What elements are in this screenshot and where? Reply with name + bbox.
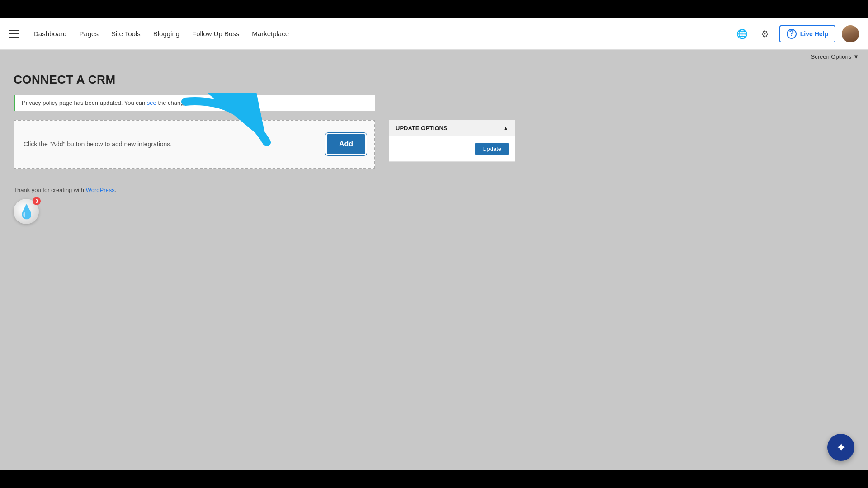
screen-options-button[interactable]: Screen Options ▼: [811, 53, 859, 60]
main-content: CONNECT A CRM Privacy policy page has be…: [0, 64, 868, 178]
live-help-button[interactable]: ? Live Help: [779, 25, 835, 42]
settings-button[interactable]: ⚙: [757, 26, 773, 42]
avatar[interactable]: [842, 25, 859, 42]
integration-placeholder-text: Click the "Add" button below to add new …: [24, 141, 327, 148]
update-button[interactable]: Update: [475, 143, 509, 155]
menu-toggle[interactable]: [9, 30, 19, 38]
update-options-header: UPDATE OPTIONS ▲: [389, 120, 515, 136]
drip-badge: 3: [33, 197, 41, 205]
nav-link-blogging[interactable]: Blogging: [153, 30, 179, 38]
nav-link-pages[interactable]: Pages: [79, 30, 99, 38]
notice-suffix: the changes.: [156, 99, 192, 106]
footer-text-suffix: .: [115, 187, 117, 193]
privacy-notice: Privacy policy page has been updated. Yo…: [14, 95, 375, 111]
nav-link-dashboard[interactable]: Dashboard: [33, 30, 66, 38]
update-options-title: UPDATE OPTIONS: [396, 125, 448, 131]
nav-link-marketplace[interactable]: Marketplace: [252, 30, 289, 38]
notice-see-link[interactable]: see: [147, 99, 156, 106]
gear-icon: ⚙: [761, 28, 769, 39]
footer-text-prefix: Thank you for creating with: [14, 187, 86, 193]
help-circle-icon: ?: [787, 29, 797, 39]
integration-container: Click the "Add" button below to add new …: [14, 120, 854, 169]
drip-icon[interactable]: 3 💧: [14, 199, 39, 224]
notice-text: Privacy policy page has been updated. Yo…: [22, 99, 147, 106]
ai-assistant-button[interactable]: ✦: [827, 434, 854, 461]
screen-options-label: Screen Options: [811, 53, 852, 60]
add-integration-button[interactable]: Add: [327, 134, 365, 154]
wordpress-link[interactable]: WordPress: [86, 187, 115, 193]
globe-button[interactable]: 🌐: [734, 26, 750, 42]
content-area: Screen Options ▼ CONNECT A CRM Privacy p…: [0, 50, 868, 233]
update-options-panel: UPDATE OPTIONS ▲ Update: [389, 120, 515, 162]
page-title: CONNECT A CRM: [14, 73, 854, 87]
sparkle-icon: ✦: [836, 440, 846, 455]
integration-box: Click the "Add" button below to add new …: [14, 120, 375, 169]
chevron-down-icon: ▼: [853, 53, 859, 60]
avatar-image: [842, 25, 859, 42]
globe-icon: 🌐: [736, 28, 748, 39]
live-help-label: Live Help: [800, 30, 828, 38]
nav-link-site-tools[interactable]: Site Tools: [111, 30, 141, 38]
update-options-body: Update: [389, 136, 515, 161]
footer-text: Thank you for creating with WordPress.: [14, 187, 854, 193]
drip-logo-icon: 💧: [18, 204, 35, 220]
screen-options-bar: Screen Options ▼: [0, 50, 868, 64]
navbar: Dashboard Pages Site Tools Blogging Foll…: [0, 18, 868, 50]
nav-links: Dashboard Pages Site Tools Blogging Foll…: [33, 30, 289, 38]
collapse-icon: ▲: [503, 125, 509, 131]
footer: Thank you for creating with WordPress. 3…: [0, 178, 868, 233]
nav-link-follow-up-boss[interactable]: Follow Up Boss: [192, 30, 239, 38]
